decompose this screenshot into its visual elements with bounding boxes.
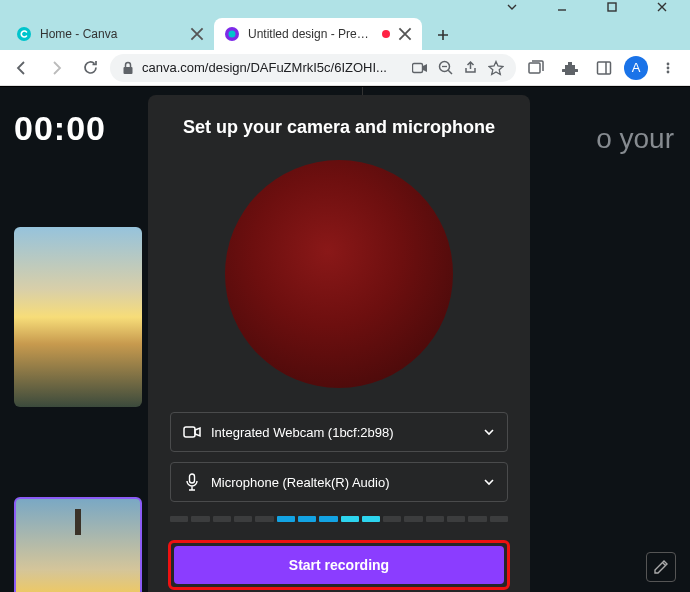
mic-level-segment [191, 516, 209, 522]
svg-rect-16 [184, 427, 195, 437]
mic-level-segment [383, 516, 401, 522]
tab-close-icon[interactable] [190, 27, 204, 41]
bookmark-star-icon[interactable] [488, 60, 504, 76]
browser-menu-button[interactable] [654, 54, 682, 82]
chevron-down-icon [483, 476, 495, 488]
start-recording-highlight: Start recording [168, 540, 510, 590]
address-bar[interactable]: canva.com/design/DAFuZMrkI5c/6IZOHI... [110, 54, 516, 82]
modal-title: Set up your camera and microphone [163, 117, 515, 138]
microphone-label: Microphone (Realtek(R) Audio) [211, 475, 473, 490]
camera-preview [225, 160, 453, 388]
recording-timer: 00:00 [14, 109, 106, 148]
microphone-selector[interactable]: Microphone (Realtek(R) Audio) [170, 462, 508, 502]
mic-level-segment [255, 516, 273, 522]
mic-level-segment [362, 516, 380, 522]
mic-level-segment [234, 516, 252, 522]
svg-rect-17 [190, 474, 195, 483]
browser-toolbar: canva.com/design/DAFuZMrkI5c/6IZOHI... A [0, 50, 690, 86]
camera-label: Integrated Webcam (1bcf:2b98) [211, 425, 473, 440]
extensions-icon[interactable] [556, 54, 584, 82]
slide-thumbnail[interactable] [14, 227, 142, 407]
browser-tab[interactable]: Home - Canva [6, 18, 214, 50]
tab-close-icon[interactable] [398, 27, 412, 41]
svg-rect-6 [413, 63, 423, 72]
new-tab-button[interactable] [428, 20, 458, 50]
mic-level-segment [490, 516, 508, 522]
mic-level-segment [404, 516, 422, 522]
svg-point-13 [667, 62, 670, 65]
browser-tab[interactable]: Untitled design - Presen [214, 18, 422, 50]
url-text: canva.com/design/DAFuZMrkI5c/6IZOHI... [142, 60, 404, 75]
tab-title: Home - Canva [40, 27, 182, 41]
svg-rect-10 [529, 63, 540, 73]
mic-level-segment [426, 516, 444, 522]
svg-point-2 [17, 27, 31, 41]
recording-indicator-icon [382, 30, 390, 38]
start-recording-button[interactable]: Start recording [174, 546, 504, 584]
sidepanel-icon[interactable] [590, 54, 618, 82]
edit-button[interactable] [646, 552, 676, 582]
mic-level-meter [170, 516, 508, 522]
window-minimize-button[interactable] [548, 0, 576, 14]
svg-point-4 [229, 31, 236, 38]
mic-level-segment [341, 516, 359, 522]
nav-forward-button[interactable] [42, 54, 70, 82]
mic-level-segment [170, 516, 188, 522]
window-dropdown-button[interactable] [498, 0, 526, 14]
profile-avatar[interactable]: A [624, 56, 648, 80]
svg-rect-5 [124, 67, 133, 74]
canva-favicon-icon [16, 26, 32, 42]
mic-level-segment [447, 516, 465, 522]
camera-selector[interactable]: Integrated Webcam (1bcf:2b98) [170, 412, 508, 452]
tabs-overview-icon[interactable] [522, 54, 550, 82]
lock-icon [122, 61, 134, 75]
svg-rect-1 [608, 3, 616, 11]
svg-line-8 [448, 70, 452, 74]
slide-thumbnail[interactable] [14, 497, 142, 592]
svg-rect-11 [598, 62, 611, 74]
nav-reload-button[interactable] [76, 54, 104, 82]
mic-level-segment [468, 516, 486, 522]
svg-point-14 [667, 66, 670, 69]
nav-back-button[interactable] [8, 54, 36, 82]
recording-setup-modal: Set up your camera and microphone Integr… [148, 95, 530, 592]
window-close-button[interactable] [648, 0, 676, 14]
chevron-down-icon [483, 426, 495, 438]
camera-icon [183, 423, 201, 441]
slide-text-fragment: o your [596, 123, 674, 155]
microphone-icon [183, 473, 201, 491]
window-titlebar [0, 0, 690, 14]
mic-level-segment [277, 516, 295, 522]
window-maximize-button[interactable] [598, 0, 626, 14]
mic-level-segment [319, 516, 337, 522]
mic-level-segment [298, 516, 316, 522]
app-content: 00:00 o your Set up your camera and micr… [0, 86, 690, 592]
canva-favicon-icon [224, 26, 240, 42]
mic-level-segment [213, 516, 231, 522]
browser-tabstrip: Home - Canva Untitled design - Presen [0, 14, 690, 50]
svg-point-15 [667, 70, 670, 73]
zoom-icon[interactable] [438, 60, 453, 75]
tab-title: Untitled design - Presen [248, 27, 374, 41]
camera-indicator-icon[interactable] [412, 62, 428, 74]
share-icon[interactable] [463, 60, 478, 75]
